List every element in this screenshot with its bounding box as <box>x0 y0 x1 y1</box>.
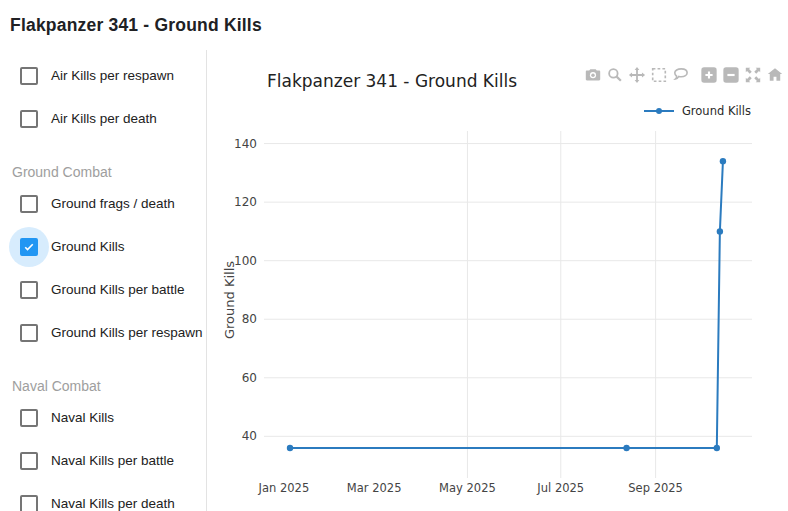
autoscale-icon <box>744 66 762 84</box>
checkbox-box[interactable] <box>20 238 38 256</box>
pan-arrows-icon <box>628 66 646 84</box>
checkbox-checked[interactable] <box>20 238 38 256</box>
sidebar-item-ground-kills-per-respawn[interactable]: Ground Kills per respawn <box>0 311 206 354</box>
checkbox-box[interactable] <box>20 452 38 470</box>
checkbox-box[interactable] <box>20 67 38 85</box>
data-point[interactable] <box>717 228 723 234</box>
sidebar-item-naval-kills-per-battle[interactable]: Naval Kills per battle <box>0 439 206 482</box>
x-tick-label: Jan 2025 <box>258 481 310 495</box>
modebar-group-axes <box>700 66 784 84</box>
modebar-autoscale-button[interactable] <box>744 66 762 84</box>
y-axis-title: Ground Kills <box>222 261 237 339</box>
check-icon <box>23 241 35 253</box>
modebar-box-select-button[interactable] <box>650 66 668 84</box>
y-tick-label: 60 <box>242 371 257 385</box>
sidebar-item-label: Ground Kills per battle <box>51 282 185 297</box>
checkbox-box[interactable] <box>20 324 38 342</box>
main-layout: Air Kills per respawnAir Kills per death… <box>0 50 788 511</box>
checkbox-box[interactable] <box>20 495 38 511</box>
checkbox-unchecked[interactable] <box>20 67 38 85</box>
data-point[interactable] <box>287 445 293 451</box>
checkbox-box[interactable] <box>20 110 38 128</box>
legend-label: Ground Kills <box>682 104 751 118</box>
plotly-modebar <box>584 66 784 84</box>
sidebar-item-label: Naval Kills per battle <box>51 453 174 468</box>
camera-icon <box>584 66 602 84</box>
magnifier-icon <box>606 66 624 84</box>
modebar-group-tools <box>584 66 690 84</box>
stats-sidebar: Air Kills per respawnAir Kills per death… <box>0 50 207 511</box>
checkbox-box[interactable] <box>20 195 38 213</box>
checkbox-unchecked[interactable] <box>20 452 38 470</box>
home-icon <box>766 66 784 84</box>
data-point[interactable] <box>720 158 726 164</box>
modebar-zoom-button[interactable] <box>606 66 624 84</box>
lasso-select-icon <box>672 66 690 84</box>
sidebar-item-naval-kills-per-death[interactable]: Naval Kills per death <box>0 482 206 511</box>
x-tick-label: May 2025 <box>439 481 496 495</box>
modebar-zoom-out-button[interactable] <box>722 66 740 84</box>
sidebar-item-label: Air Kills per respawn <box>51 68 174 83</box>
checkbox-unchecked[interactable] <box>20 409 38 427</box>
sidebar-item-label: Ground Kills per respawn <box>51 325 203 340</box>
modebar-lasso-button[interactable] <box>672 66 690 84</box>
x-tick-label: Sep 2025 <box>628 481 683 495</box>
modebar-reset-axes-button[interactable] <box>766 66 784 84</box>
page-header: Flakpanzer 341 - Ground Kills <box>0 0 788 50</box>
sidebar-item-ground-frags-death[interactable]: Ground frags / death <box>0 182 206 225</box>
sidebar-item-air-kills-per-respawn[interactable]: Air Kills per respawn <box>0 54 206 97</box>
checkbox-unchecked[interactable] <box>20 495 38 511</box>
sidebar-section-header: Ground Combat <box>12 162 206 182</box>
chart-pane: 406080100120140Jan 2025Mar 2025May 2025J… <box>207 50 787 511</box>
sidebar-item-naval-kills[interactable]: Naval Kills <box>0 396 206 439</box>
modebar-pan-button[interactable] <box>628 66 646 84</box>
legend-line-sample-icon <box>643 105 675 117</box>
x-tick-label: Mar 2025 <box>347 481 402 495</box>
y-tick-label: 80 <box>242 312 257 326</box>
sidebar-item-ground-kills-per-battle[interactable]: Ground Kills per battle <box>0 268 206 311</box>
data-point[interactable] <box>623 445 629 451</box>
modebar-zoom-in-button[interactable] <box>700 66 718 84</box>
y-tick-label: 140 <box>234 137 257 151</box>
sidebar-item-label: Ground Kills <box>51 239 125 254</box>
sidebar-item-label: Naval Kills per death <box>51 496 175 511</box>
zoom-in-icon <box>700 66 718 84</box>
checkbox-unchecked[interactable] <box>20 324 38 342</box>
zoom-out-icon <box>722 66 740 84</box>
y-tick-label: 100 <box>234 254 257 268</box>
box-select-icon <box>650 66 668 84</box>
modebar-download-button[interactable] <box>584 66 602 84</box>
sidebar-section-header: Naval Combat <box>12 376 206 396</box>
sidebar-item-label: Naval Kills <box>51 410 114 425</box>
checkbox-box[interactable] <box>20 281 38 299</box>
checkbox-unchecked[interactable] <box>20 110 38 128</box>
sidebar-item-ground-kills[interactable]: Ground Kills <box>0 225 206 268</box>
checkbox-unchecked[interactable] <box>20 195 38 213</box>
plot-canvas[interactable]: 406080100120140Jan 2025Mar 2025May 2025J… <box>207 50 787 511</box>
sidebar-item-label: Air Kills per death <box>51 111 157 126</box>
page-title: Flakpanzer 341 - Ground Kills <box>10 15 262 36</box>
sidebar-item-label: Ground frags / death <box>51 196 175 211</box>
stats-checkbox-list: Air Kills per respawnAir Kills per death… <box>0 54 206 511</box>
y-tick-label: 40 <box>242 429 257 443</box>
sidebar-item-air-kills-per-death[interactable]: Air Kills per death <box>0 97 206 140</box>
y-tick-label: 120 <box>234 195 257 209</box>
data-point[interactable] <box>714 445 720 451</box>
chart-title: Flakpanzer 341 - Ground Kills <box>267 71 517 91</box>
legend-item-ground-kills[interactable]: Ground Kills <box>643 104 751 118</box>
checkbox-unchecked[interactable] <box>20 281 38 299</box>
checkbox-box[interactable] <box>20 409 38 427</box>
series-line <box>290 161 723 448</box>
page: { "page": { "title": "Flakpanzer 341 - G… <box>0 0 788 511</box>
x-tick-label: Jul 2025 <box>536 481 584 495</box>
